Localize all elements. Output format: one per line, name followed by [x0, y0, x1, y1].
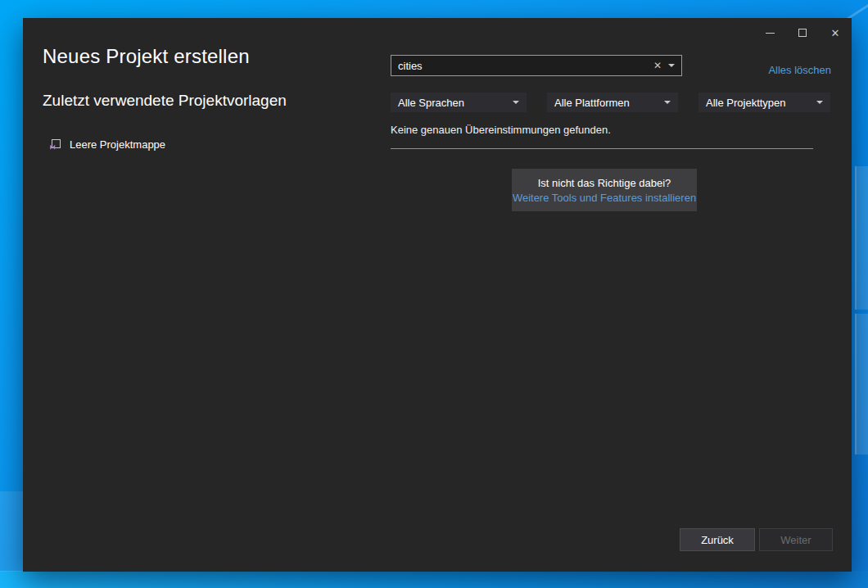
clear-all-link[interactable]: Alles löschen	[768, 64, 831, 76]
platform-filter-label: Alle Plattformen	[554, 97, 630, 109]
projecttype-filter-label: Alle Projekttypen	[706, 97, 786, 109]
language-filter-dropdown[interactable]: Alle Sprachen	[391, 93, 527, 112]
template-search-box: ✕	[391, 55, 682, 76]
results-divider	[391, 148, 813, 149]
recent-templates-heading: Zuletzt verwendete Projektvorlagen	[43, 92, 287, 110]
info-question-text: Ist nicht das Richtige dabei?	[538, 177, 671, 189]
window-controls: ✕	[753, 21, 852, 44]
page-title: Neues Projekt erstellen	[43, 45, 250, 68]
next-button[interactable]: Weiter	[759, 528, 833, 551]
platform-filter-dropdown[interactable]: Alle Plattformen	[547, 93, 678, 112]
wallpaper-light-band	[855, 314, 868, 455]
no-match-message: Keine genauen Übereinstimmungen gefunden…	[391, 124, 611, 136]
projecttype-filter-dropdown[interactable]: Alle Projekttypen	[698, 93, 830, 112]
recent-item-blank-solution[interactable]: Leere Projektmappe	[49, 138, 165, 151]
search-input[interactable]	[391, 56, 649, 75]
install-tools-link[interactable]: Weitere Tools und Features installieren	[513, 192, 696, 204]
chevron-down-icon	[664, 101, 671, 104]
minimize-icon	[766, 33, 775, 34]
chevron-down-icon	[513, 101, 519, 104]
clear-x-icon[interactable]: ✕	[649, 61, 666, 70]
minimize-button[interactable]	[753, 21, 786, 44]
language-filter-label: Alle Sprachen	[398, 97, 464, 109]
maximize-button[interactable]	[786, 21, 819, 44]
new-project-dialog: ✕ Neues Projekt erstellen Zuletzt verwen…	[23, 18, 852, 572]
maximize-icon	[798, 29, 807, 37]
install-tools-info-box: Ist nicht das Richtige dabei? Weitere To…	[512, 169, 697, 211]
wallpaper-light-band	[855, 166, 868, 310]
recent-item-label: Leere Projektmappe	[70, 138, 165, 151]
close-button[interactable]: ✕	[819, 21, 852, 44]
chevron-down-icon[interactable]	[668, 64, 675, 67]
back-button[interactable]: Zurück	[680, 528, 755, 551]
chevron-down-icon	[816, 101, 823, 104]
wallpaper-bottom-glow	[0, 571, 868, 588]
wallpaper-left-glow	[0, 491, 23, 572]
blank-solution-icon	[49, 138, 62, 151]
close-icon: ✕	[831, 28, 840, 38]
